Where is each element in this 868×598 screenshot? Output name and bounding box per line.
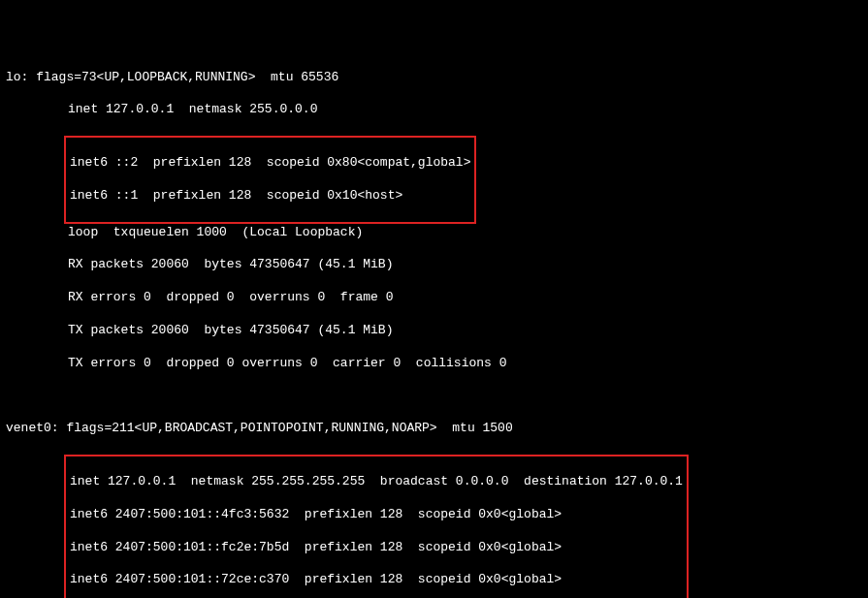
lo-inet6-highlight: inet6 ::2 prefixlen 128 scopeid 0x80<com… [64, 136, 476, 223]
venet0-inet: inet 127.0.0.1 netmask 255.255.255.255 b… [70, 474, 683, 490]
lo-tx-packets: TX packets 20060 bytes 47350647 (45.1 Mi… [6, 323, 862, 339]
lo-inet6-line: inet6 ::2 prefixlen 128 scopeid 0x80<com… [70, 155, 470, 172]
venet0-inet6-line: inet6 2407:500:101::4fc3:5632 prefixlen … [70, 507, 683, 523]
venet0-highlight: inet 127.0.0.1 netmask 255.255.255.255 b… [64, 455, 689, 598]
lo-loop: loop txqueuelen 1000 (Local Loopback) [6, 225, 862, 241]
lo-rx-errors: RX errors 0 dropped 0 overruns 0 frame 0 [6, 290, 862, 306]
venet0-header: venet0: flags=211<UP,BROADCAST,POINTOPOI… [6, 421, 862, 437]
lo-rx-packets: RX packets 20060 bytes 47350647 (45.1 Mi… [6, 257, 862, 273]
lo-tx-errors: TX errors 0 dropped 0 overruns 0 carrier… [6, 356, 862, 372]
venet0-inet6-line: inet6 2407:500:101::72ce:c370 prefixlen … [70, 572, 683, 588]
lo-inet: inet 127.0.0.1 netmask 255.0.0.0 [6, 102, 862, 118]
lo-inet6-line: inet6 ::1 prefixlen 128 scopeid 0x10<hos… [70, 188, 470, 205]
lo-header: lo: flags=73<UP,LOOPBACK,RUNNING> mtu 65… [6, 70, 862, 86]
venet0-inet6-line: inet6 2407:500:101::fc2e:7b5d prefixlen … [70, 540, 683, 556]
